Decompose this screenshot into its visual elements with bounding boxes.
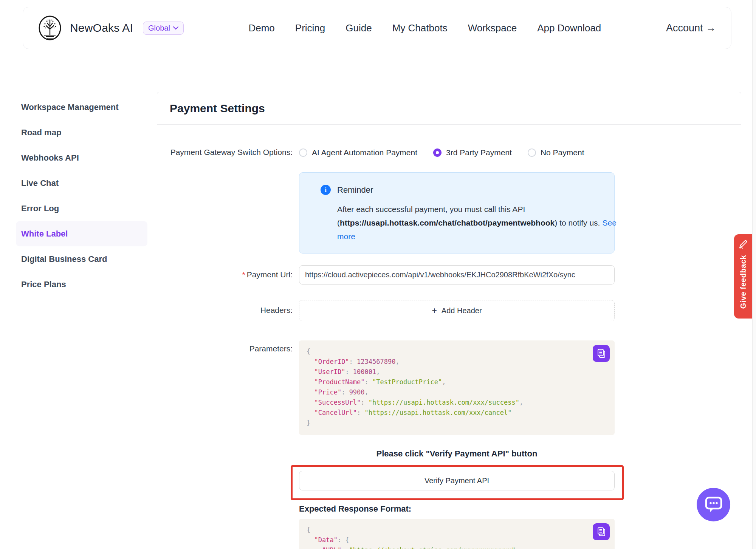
reminder-title: Reminder	[337, 185, 373, 195]
plus-icon: +	[432, 306, 437, 315]
region-selector[interactable]: Global	[143, 22, 184, 35]
payment-settings-panel: Payment Settings Payment Gateway Switch …	[157, 92, 741, 549]
region-label: Global	[148, 24, 170, 32]
sidebar-item-label: Workspace Management	[21, 102, 119, 112]
radio-circle-icon[interactable]	[528, 148, 536, 157]
nav-workspace[interactable]: Workspace	[468, 22, 517, 34]
verify-hint-row: Please click "Verify Payment API" button	[157, 449, 741, 460]
main-nav: Demo Pricing Guide My Chatbots Workspace…	[248, 22, 601, 34]
sidebar-item-label: Road map	[21, 128, 61, 138]
sidebar-item-digital-business-card[interactable]: Digital Business Card	[16, 246, 147, 272]
copy-expected-button[interactable]	[593, 523, 610, 540]
pencil-icon	[738, 239, 748, 249]
parameters-json: { "OrderID": 1234567890, "UserID": 10000…	[307, 346, 607, 428]
info-icon: i	[321, 185, 331, 195]
sidebar-item-label: Live Chat	[21, 178, 59, 188]
radio-circle-icon[interactable]	[299, 148, 307, 157]
verify-hint-text: Please click "Verify Payment API" button	[376, 449, 538, 459]
headers-label: Headers:	[157, 306, 293, 315]
expected-response-label: Expected Response Format:	[299, 504, 411, 514]
radio-circle-icon[interactable]	[433, 148, 442, 157]
sidebar-item-white-label[interactable]: White Label	[16, 221, 147, 246]
required-asterisk: *	[242, 270, 245, 279]
payment-url-label: *Payment Url:	[157, 270, 293, 279]
scrollbar-track[interactable]	[752, 0, 756, 549]
sidebar-item-label: Digital Business Card	[21, 254, 107, 264]
radio-3rd-party-payment[interactable]: 3rd Party Payment	[433, 148, 512, 157]
radio-label: AI Agent Automation Payment	[312, 148, 417, 157]
sidebar-item-label: Price Plans	[21, 280, 66, 289]
payment-url-row: *Payment Url:	[157, 265, 741, 285]
reminder-alert: i Reminder After each successful payment…	[299, 172, 615, 254]
brand-block: NewOaks AI Global	[38, 15, 184, 40]
chevron-down-icon	[173, 26, 178, 30]
brand-name: NewOaks AI	[70, 22, 133, 34]
expected-response-json: { "Data": { "URL": "https://checkout.str…	[307, 525, 607, 549]
newoaks-tree-logo-icon	[38, 15, 62, 40]
copy-icon	[596, 348, 606, 359]
nav-demo[interactable]: Demo	[248, 22, 274, 34]
nav-pricing[interactable]: Pricing	[295, 22, 325, 34]
sidebar-item-label: Webhooks API	[21, 153, 79, 163]
radio-label: 3rd Party Payment	[446, 148, 512, 157]
nav-my-chatbots[interactable]: My Chatbots	[392, 22, 448, 34]
arrow-right-icon: →	[706, 22, 716, 34]
account-label: Account	[666, 22, 703, 34]
parameters-label: Parameters:	[157, 344, 293, 353]
sidebar-item-price-plans[interactable]: Price Plans	[16, 272, 147, 297]
chat-bubble-icon	[705, 496, 723, 513]
parameters-code-block: { "OrderID": 1234567890, "UserID": 10000…	[299, 340, 615, 435]
give-feedback-tab[interactable]: Give feedback	[734, 234, 752, 319]
give-feedback-label: Give feedback	[739, 255, 748, 309]
sidebar-item-label: White Label	[21, 229, 68, 239]
radio-label: No Payment	[541, 148, 584, 157]
sidebar-item-road-map[interactable]: Road map	[16, 120, 147, 145]
copy-parameters-button[interactable]	[593, 345, 610, 362]
nav-guide[interactable]: Guide	[345, 22, 372, 34]
page: NewOaks AI Global Demo Pricing Guide My …	[0, 0, 756, 549]
top-navigation-bar: NewOaks AI Global Demo Pricing Guide My …	[23, 7, 731, 49]
radio-ai-agent-automation-payment[interactable]: AI Agent Automation Payment	[299, 148, 417, 157]
gateway-switch-row: Payment Gateway Switch Options: AI Agent…	[157, 144, 741, 161]
live-chat-launcher[interactable]	[697, 488, 730, 521]
panel-header: Payment Settings	[157, 92, 741, 125]
radio-no-payment[interactable]: No Payment	[528, 148, 584, 157]
reminder-header: i Reminder	[321, 185, 601, 195]
nav-app-download[interactable]: App Download	[537, 22, 601, 34]
sidebar-item-webhooks-api[interactable]: Webhooks API	[16, 145, 147, 170]
expected-response-code-block: { "Data": { "URL": "https://checkout.str…	[299, 519, 615, 549]
reminder-webhook-url: https://usapi.hottask.com/chat/chatbot/p…	[340, 218, 555, 227]
divider-line	[299, 454, 369, 454]
sidebar-item-workspace-management[interactable]: Workspace Management	[16, 94, 147, 120]
page-title: Payment Settings	[170, 102, 265, 115]
settings-sidebar: Workspace Management Road map Webhooks A…	[16, 94, 147, 297]
sidebar-item-live-chat[interactable]: Live Chat	[16, 170, 147, 196]
reminder-text: After each successful payment, you must …	[337, 203, 623, 243]
verify-payment-api-button[interactable]: Verify Payment API	[299, 471, 615, 490]
headers-row: Headers: + Add Header	[157, 300, 741, 321]
reminder-text-after: ) to notify us.	[555, 218, 600, 227]
copy-icon	[596, 527, 606, 537]
add-header-label: Add Header	[442, 306, 482, 315]
account-link[interactable]: Account →	[666, 22, 716, 34]
sidebar-item-error-log[interactable]: Error Log	[16, 196, 147, 221]
gateway-switch-label: Payment Gateway Switch Options:	[157, 148, 293, 157]
payment-url-input[interactable]	[299, 265, 615, 285]
sidebar-item-label: Error Log	[21, 204, 59, 213]
add-header-button[interactable]: + Add Header	[299, 300, 615, 321]
gateway-radio-group: AI Agent Automation Payment 3rd Party Pa…	[299, 144, 584, 161]
divider-line	[545, 454, 615, 454]
